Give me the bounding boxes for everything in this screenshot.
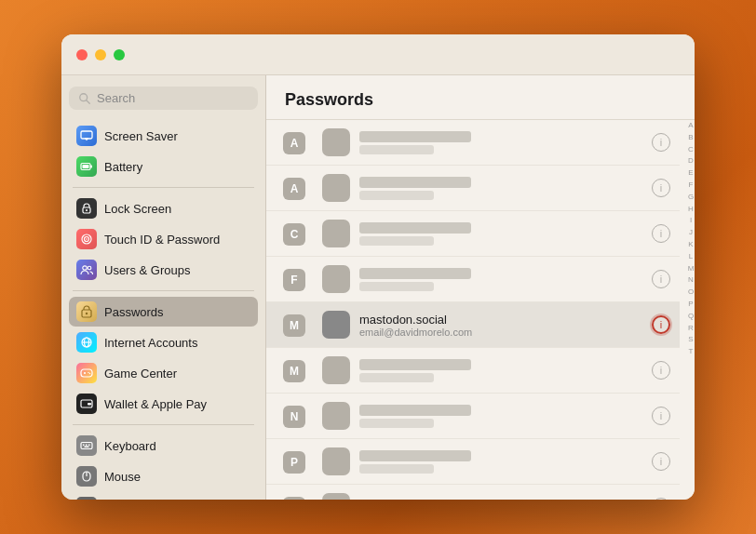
info-button-p[interactable]: i — [652, 452, 670, 471]
svg-rect-7 — [83, 165, 89, 168]
svg-rect-26 — [88, 403, 91, 406]
sidebar-item-label-keyboard: Keyboard — [104, 439, 156, 453]
sidebar-item-passwords[interactable]: Passwords — [69, 297, 258, 327]
info-button-f[interactable]: i — [652, 270, 670, 288]
scroll-t[interactable]: T — [689, 346, 694, 358]
scroll-i[interactable]: I — [690, 215, 692, 227]
svg-rect-28 — [83, 445, 85, 447]
scroll-a[interactable]: A — [688, 120, 693, 132]
trackpad-icon — [76, 497, 97, 500]
sidebar-item-keyboard[interactable]: Keyboard — [69, 431, 258, 461]
svg-point-13 — [83, 266, 87, 270]
letter-badge-m2: M — [283, 360, 305, 382]
sidebar-item-game-center[interactable]: Game Center — [69, 358, 258, 388]
search-icon — [78, 92, 91, 105]
scroll-p[interactable]: P — [688, 299, 693, 311]
letter-col-m1: M — [276, 313, 313, 337]
scroll-g[interactable]: G — [688, 192, 694, 204]
info-button-n[interactable]: i — [652, 407, 670, 425]
scroll-index[interactable]: A B C D E F G H I J K L M N O P Q — [687, 120, 695, 500]
entry-title-redacted-a2 — [359, 177, 471, 188]
game-center-icon — [76, 363, 97, 383]
sidebar-item-label-passwords: Passwords — [104, 305, 164, 319]
entry-icon-r — [322, 493, 350, 500]
info-button-a1[interactable]: i — [652, 133, 670, 152]
info-button-r[interactable]: i — [652, 498, 670, 500]
scroll-q[interactable]: Q — [688, 311, 694, 323]
entry-sub-redacted-a2 — [359, 191, 434, 200]
sidebar-item-label-screen-saver: Screen Saver — [104, 129, 178, 143]
letter-badge-a1: A — [283, 132, 305, 154]
scroll-s[interactable]: S — [688, 334, 693, 346]
scroll-m[interactable]: M — [688, 263, 695, 275]
table-row: P i — [266, 439, 680, 485]
scroll-k[interactable]: K — [688, 239, 693, 251]
divider-2 — [73, 290, 254, 291]
sidebar-item-label-internet-accounts: Internet Accounts — [104, 336, 197, 350]
users-groups-icon — [76, 260, 97, 280]
table-row: R i — [266, 485, 680, 500]
svg-rect-6 — [90, 166, 92, 168]
entry-content-f — [359, 268, 642, 291]
entry-title-redacted-c — [359, 222, 471, 234]
main-content: Passwords A i — [266, 75, 695, 500]
letter-col-f: F — [276, 267, 313, 291]
entry-icon-a1 — [322, 128, 350, 156]
scroll-l[interactable]: L — [689, 251, 693, 263]
svg-point-24 — [89, 373, 90, 374]
close-button[interactable] — [76, 49, 88, 60]
minimize-button[interactable] — [95, 49, 106, 60]
traffic-lights — [76, 49, 125, 60]
info-button-m2[interactable]: i — [652, 361, 670, 380]
sidebar-item-screen-saver[interactable]: Screen Saver — [69, 121, 258, 151]
entry-content-a1 — [359, 131, 642, 154]
sidebar-item-lock-screen[interactable]: Lock Screen — [69, 194, 258, 223]
scroll-d[interactable]: D — [688, 155, 694, 167]
info-button-c[interactable]: i — [652, 224, 670, 243]
scroll-h[interactable]: H — [688, 204, 694, 216]
sidebar-item-users-groups[interactable]: Users & Groups — [69, 255, 258, 285]
info-button-mastodon[interactable]: i — [652, 315, 670, 334]
sidebar-item-internet-accounts[interactable]: Internet Accounts — [69, 327, 258, 357]
sidebar-item-label-battery: Battery — [104, 160, 142, 174]
letter-col-r: R — [276, 495, 313, 500]
touch-id-icon — [76, 229, 97, 249]
info-button-a2[interactable]: i — [652, 179, 670, 197]
scroll-e[interactable]: E — [688, 167, 693, 180]
entry-icon-a2 — [322, 174, 350, 202]
scroll-c[interactable]: C — [688, 144, 694, 156]
sidebar-item-battery[interactable]: Battery — [69, 152, 258, 181]
passwords-icon — [76, 301, 97, 322]
svg-rect-2 — [81, 131, 92, 139]
entry-content-c — [359, 222, 642, 246]
scroll-n[interactable]: N — [688, 274, 694, 287]
entry-sub-redacted-a1 — [359, 145, 434, 154]
passwords-list[interactable]: A i A — [266, 120, 695, 500]
sidebar-item-label-users-groups: Users & Groups — [104, 263, 190, 277]
scroll-r[interactable]: R — [688, 323, 694, 335]
table-row[interactable]: M mastodon.social email@davidmorelo.com … — [266, 302, 680, 348]
scroll-j[interactable]: J — [689, 227, 693, 239]
main-window: Search Screen Saver Battery L — [61, 34, 695, 500]
scroll-b[interactable]: B — [688, 132, 693, 144]
maximize-button[interactable] — [114, 49, 125, 60]
sidebar-item-mouse[interactable]: Mouse — [69, 461, 258, 491]
search-bar[interactable]: Search — [69, 87, 258, 110]
letter-badge-p: P — [283, 451, 305, 474]
page-title: Passwords — [285, 90, 373, 109]
scroll-f[interactable]: F — [689, 180, 694, 192]
divider-1 — [73, 187, 254, 188]
table-row: N i — [266, 394, 680, 439]
titlebar — [61, 34, 695, 75]
sidebar-item-trackpad[interactable]: Trackpad — [69, 492, 258, 500]
entry-sub-redacted-f — [359, 282, 434, 291]
entry-icon-m2 — [322, 356, 350, 384]
sidebar-item-touch-id[interactable]: Touch ID & Password — [69, 224, 258, 254]
scroll-o[interactable]: O — [688, 287, 694, 299]
screen-saver-icon — [76, 126, 97, 146]
letter-col-c: C — [276, 221, 313, 246]
entry-content-n — [359, 405, 642, 428]
mouse-icon — [76, 466, 97, 487]
entry-icon-c — [322, 220, 350, 247]
sidebar-item-wallet[interactable]: Wallet & Apple Pay — [69, 389, 258, 419]
